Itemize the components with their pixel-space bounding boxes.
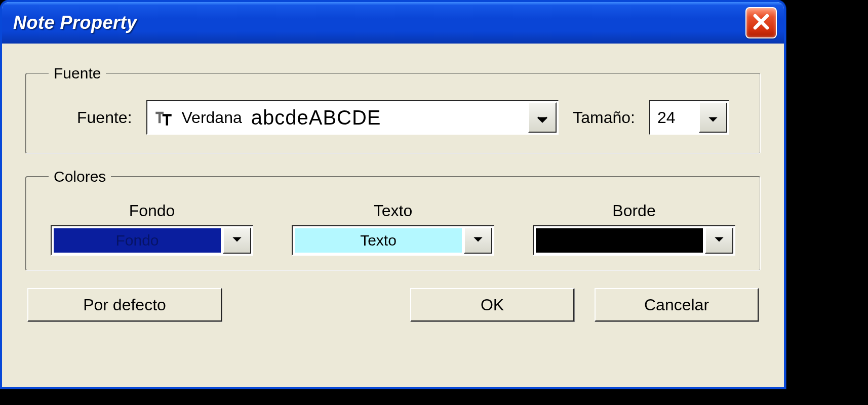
borde-swatch [536, 228, 703, 253]
font-row: Fuente: Verdana abcdeABCDE [42, 97, 744, 135]
texto-combobox-arrow[interactable] [464, 227, 492, 254]
ok-button[interactable]: OK [410, 288, 574, 321]
borde-label: Borde [612, 201, 655, 220]
chevron-down-icon [472, 236, 484, 245]
cancel-button[interactable]: Cancelar [595, 288, 759, 321]
chevron-down-icon [707, 108, 719, 127]
color-col-texto: Texto Texto [293, 201, 493, 256]
dialog-window: Note Property Fuente Fuente: V [0, 0, 786, 389]
color-col-fondo: Fondo Fondo [52, 201, 252, 256]
colors-row: Fondo Fondo Texto [42, 200, 744, 256]
texto-label: Texto [374, 201, 412, 220]
chevron-down-icon [714, 236, 725, 245]
close-button[interactable] [745, 7, 777, 38]
ok-button-label: OK [481, 296, 504, 314]
fondo-swatch-text: Fondo [115, 232, 159, 249]
font-combobox[interactable]: Verdana abcdeABCDE [146, 100, 559, 135]
group-colores: Colores Fondo Fondo [25, 168, 761, 271]
font-combobox-arrow[interactable] [528, 102, 557, 133]
texto-swatch-text: Texto [360, 232, 397, 249]
truetype-icon [154, 108, 173, 127]
default-button-label: Por defecto [83, 296, 166, 314]
font-sample-text: abcdeABCDE [251, 106, 381, 129]
dialog-button-row: Por defecto OK Cancelar [25, 285, 761, 321]
window-title: Note Property [13, 12, 137, 33]
titlebar[interactable]: Note Property [2, 2, 784, 44]
font-name-text: Verdana [182, 108, 242, 127]
group-fuente: Fuente Fuente: Verdana abcdeABCDE [25, 65, 761, 154]
size-combobox-arrow[interactable] [699, 102, 727, 133]
color-col-borde: Borde [534, 201, 734, 256]
group-fuente-legend: Fuente [49, 65, 106, 82]
fondo-combobox-arrow[interactable] [223, 227, 251, 254]
size-label: Tamaño: [573, 108, 635, 127]
borde-color-combobox[interactable] [533, 225, 735, 256]
fondo-label: Fondo [129, 201, 175, 220]
fondo-swatch: Fondo [54, 228, 221, 253]
font-label: Fuente: [77, 108, 132, 127]
size-combobox[interactable]: 24 [649, 100, 729, 135]
cancel-button-label: Cancelar [644, 296, 709, 314]
texto-color-combobox[interactable]: Texto [292, 225, 494, 256]
size-value: 24 [657, 108, 676, 127]
group-colores-legend: Colores [49, 168, 111, 185]
borde-combobox-arrow[interactable] [705, 227, 733, 254]
default-button[interactable]: Por defecto [27, 288, 222, 321]
close-icon [753, 13, 770, 32]
dialog-client-area: Fuente Fuente: Verdana abcdeABCDE [5, 48, 781, 384]
chevron-down-icon [537, 108, 548, 127]
texto-swatch: Texto [295, 228, 462, 253]
chevron-down-icon [231, 236, 243, 245]
fondo-color-combobox[interactable]: Fondo [51, 225, 253, 256]
